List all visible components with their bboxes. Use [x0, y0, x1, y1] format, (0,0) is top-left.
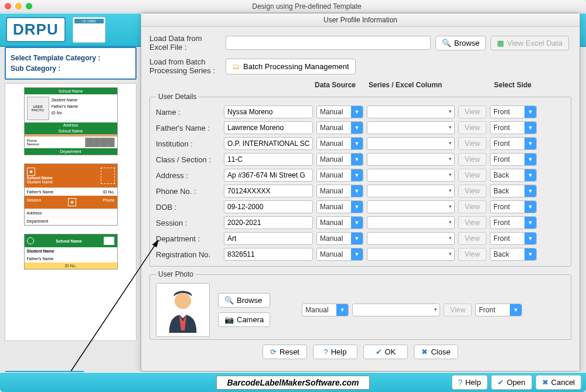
template-card-1[interactable]: School Name USER PHOTO Student Name Fath…	[24, 87, 118, 155]
view-button[interactable]: View	[458, 200, 486, 213]
field-label: Session :	[156, 219, 220, 227]
view-button[interactable]: View	[458, 169, 486, 182]
column-select[interactable]: ▾	[367, 248, 455, 261]
field-input[interactable]	[224, 169, 313, 182]
column-select[interactable]: ▾	[367, 185, 455, 197]
view-button[interactable]: View	[458, 248, 486, 261]
view-button[interactable]: View	[458, 232, 486, 245]
template-card-3[interactable]: School Name Student Name Father's Name I…	[24, 234, 118, 270]
user-profile-dialog: User Profile Information Load Data from …	[141, 13, 580, 371]
field-input[interactable]	[224, 185, 313, 197]
field-label: Department :	[156, 234, 220, 243]
column-select[interactable]: ▾	[367, 232, 455, 245]
chevron-down-icon: ▼	[524, 122, 536, 134]
close-window-button[interactable]	[5, 3, 11, 9]
view-button[interactable]: View	[458, 105, 486, 118]
column-select[interactable]: ▾	[367, 137, 455, 150]
chevron-down-icon: ▾	[449, 108, 452, 114]
help-button[interactable]: ?Help	[313, 345, 357, 359]
close-button[interactable]: ✖Close	[414, 345, 458, 359]
side-select[interactable]: Back▼	[490, 248, 537, 261]
side-select[interactable]: Front▼	[490, 153, 537, 166]
field-input[interactable]	[224, 137, 313, 150]
photo-datasource-select[interactable]: Manual▼	[302, 304, 349, 316]
datasource-select[interactable]: Manual▼	[316, 216, 363, 229]
side-select[interactable]: Back▼	[490, 169, 537, 182]
category-box: Select Template Category : Sub Category …	[5, 47, 137, 80]
column-select[interactable]: ▾	[367, 121, 455, 134]
browse-excel-button[interactable]: 🔍Browse	[435, 36, 486, 50]
datasource-select[interactable]: Manual▼	[316, 121, 363, 134]
chevron-down-icon: ▾	[449, 203, 452, 209]
bottom-open-button[interactable]: ✔Open	[491, 375, 532, 390]
side-select[interactable]: Front▼	[490, 137, 537, 150]
field-input[interactable]	[224, 200, 313, 213]
photo-camera-button[interactable]: 📷Camera	[218, 312, 270, 327]
template-card-2[interactable]: ★ School Name Student Name Father's Name…	[24, 163, 118, 226]
view-button[interactable]: View	[458, 153, 486, 166]
titlebar: Design using Pre-defined Template	[0, 0, 586, 13]
field-row: Registration No.Manual▼▾ViewBack▼	[156, 248, 565, 261]
excel-file-input[interactable]	[226, 36, 431, 50]
photo-browse-button[interactable]: 🔍Browse	[218, 293, 270, 308]
datasource-select[interactable]: Manual▼	[316, 185, 363, 197]
side-select[interactable]: Back▼	[490, 185, 537, 197]
datasource-select[interactable]: Manual▼	[316, 137, 363, 150]
chevron-down-icon: ▼	[524, 217, 536, 229]
field-input[interactable]	[224, 248, 313, 261]
datasource-select[interactable]: Manual▼	[316, 105, 363, 118]
field-label: Institution :	[156, 139, 220, 148]
template-list[interactable]: School Name USER PHOTO Student Name Fath…	[5, 83, 137, 341]
close-icon: ✖	[542, 378, 548, 387]
minimize-window-button[interactable]	[15, 3, 22, 9]
view-excel-button[interactable]: ▦View Excel Data	[490, 36, 568, 50]
reset-button[interactable]: ⟳Reset	[263, 345, 307, 359]
bottom-cancel-button[interactable]: ✖Cancel	[536, 375, 581, 390]
domain-text: BarcodeLabelMakerSoftware.com	[216, 376, 370, 390]
column-select[interactable]: ▾	[367, 169, 455, 182]
column-select[interactable]: ▾	[367, 200, 455, 213]
grid-header: Data Source Series / Excel Column Select…	[149, 81, 571, 89]
photo-column-select[interactable]: ▾	[352, 304, 440, 316]
side-select[interactable]: Front▼	[490, 105, 537, 118]
column-select[interactable]: ▾	[367, 153, 455, 166]
column-select[interactable]: ▾	[367, 105, 455, 118]
user-photo-legend: User Photo	[156, 270, 196, 278]
datasource-select[interactable]: Manual▼	[316, 232, 363, 245]
field-input[interactable]	[224, 153, 313, 166]
photo-view-button[interactable]: View	[444, 304, 472, 316]
view-button[interactable]: View	[458, 216, 486, 229]
zoom-window-button[interactable]	[26, 3, 32, 9]
field-input[interactable]	[224, 216, 313, 229]
datasource-select[interactable]: Manual▼	[316, 169, 363, 182]
ok-button[interactable]: ✔OK	[363, 345, 408, 359]
chevron-down-icon: ▼	[351, 138, 363, 149]
view-button[interactable]: View	[458, 121, 486, 134]
view-button[interactable]: View	[458, 137, 486, 150]
view-button[interactable]: View	[458, 185, 486, 197]
field-row: Name :Manual▼▾ViewFront▼	[156, 105, 565, 118]
side-select[interactable]: Front▼	[490, 200, 537, 213]
template-category-label: Select Template Category :	[11, 54, 131, 62]
chevron-down-icon: ▾	[449, 124, 452, 130]
batch-processing-button[interactable]: 🗂 Batch Processing Management	[226, 59, 356, 74]
chevron-down-icon: ▾	[449, 235, 452, 241]
field-input[interactable]	[224, 105, 313, 118]
side-select[interactable]: Front▼	[490, 232, 537, 245]
field-input[interactable]	[224, 121, 313, 134]
help-icon: ?	[324, 347, 328, 356]
chevron-down-icon: ▼	[351, 233, 363, 244]
dialog-footer: ⟳Reset ?Help ✔OK ✖Close	[149, 345, 571, 359]
user-details-legend: User Details	[156, 93, 199, 101]
bottom-help-button[interactable]: ?Help	[452, 375, 488, 390]
datasource-select[interactable]: Manual▼	[316, 248, 363, 261]
photo-side-select[interactable]: Front▼	[475, 304, 522, 316]
user-details-fieldset: User Details Name :Manual▼▾ViewFront▼Fat…	[149, 93, 571, 267]
side-select[interactable]: Front▼	[490, 121, 537, 134]
side-select[interactable]: Front▼	[490, 216, 537, 229]
column-select[interactable]: ▾	[367, 216, 455, 229]
datasource-select[interactable]: Manual▼	[316, 153, 363, 166]
datasource-select[interactable]: Manual▼	[316, 200, 363, 213]
field-label: Class / Section :	[156, 155, 220, 164]
field-input[interactable]	[224, 232, 313, 245]
